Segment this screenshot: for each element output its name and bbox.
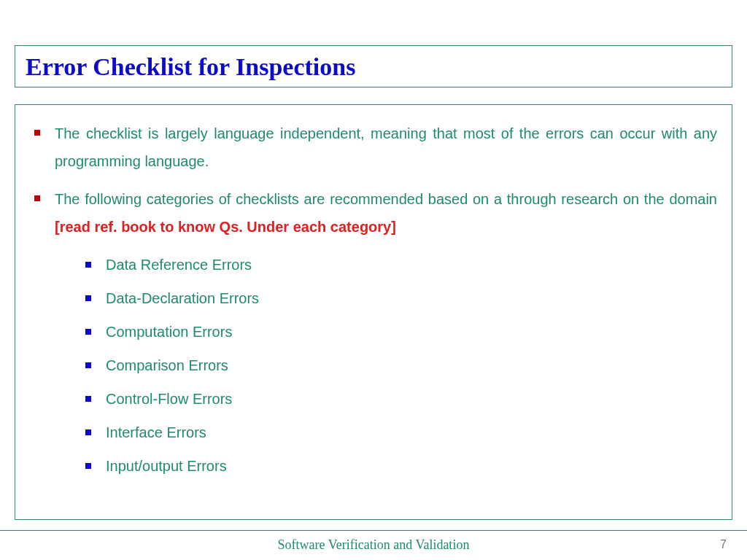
category-item: Input/output Errors	[82, 449, 717, 483]
bullet-2: The following categories of checklists a…	[30, 185, 717, 483]
bullet-2-text: The following categories of checklists a…	[55, 191, 717, 207]
category-item: Data-Declaration Errors	[82, 281, 717, 315]
title-container: Error Checklist for Inspections	[15, 45, 732, 88]
slide-title: Error Checklist for Inspections	[26, 53, 721, 81]
category-item: Data Reference Errors	[82, 248, 717, 281]
category-list: Data Reference Errors Data-Declaration E…	[82, 248, 717, 483]
bullet-1: The checklist is largely language indepe…	[30, 120, 717, 175]
bullet-2-ref: [read ref. book to know Qs. Under each c…	[55, 219, 396, 235]
category-item: Control-Flow Errors	[82, 382, 717, 416]
category-item: Interface Errors	[82, 416, 717, 449]
page-number: 7	[720, 538, 727, 551]
category-item: Comparison Errors	[82, 349, 717, 382]
category-item: Computation Errors	[82, 315, 717, 349]
footer-divider	[0, 530, 747, 531]
footer-text: Software Verification and Validation	[0, 537, 747, 553]
content-container: The checklist is largely language indepe…	[15, 104, 732, 520]
main-list: The checklist is largely language indepe…	[30, 120, 717, 483]
